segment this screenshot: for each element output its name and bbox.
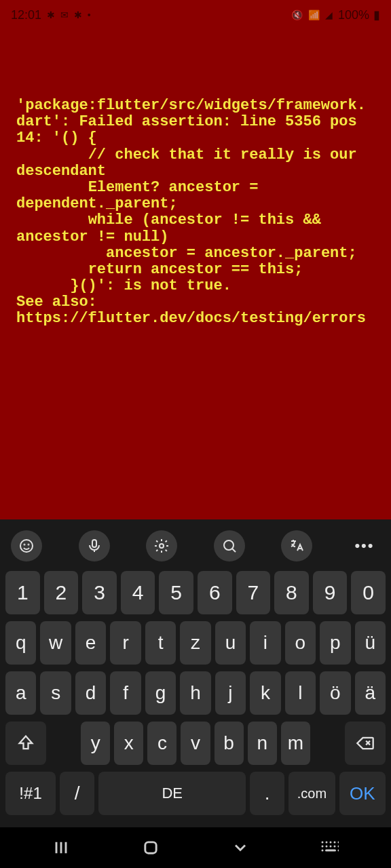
- svg-rect-18: [325, 850, 336, 852]
- key-t[interactable]: t: [145, 621, 176, 665]
- nav-keyboard-icon[interactable]: [303, 834, 357, 861]
- key-k[interactable]: k: [250, 671, 280, 715]
- nav-back[interactable]: [213, 834, 267, 861]
- key-4[interactable]: 4: [121, 571, 155, 614]
- key-ue[interactable]: ü: [355, 621, 386, 665]
- key-b[interactable]: b: [215, 722, 244, 765]
- status-time: 12:01: [11, 8, 41, 22]
- svg-point-14: [330, 846, 332, 848]
- key-3[interactable]: 3: [82, 571, 117, 614]
- key-d[interactable]: d: [75, 671, 106, 715]
- key-row-bottom: !#1 / DE . .com OK: [5, 772, 386, 815]
- battery-icon: ▮: [373, 7, 380, 22]
- status-left: 12:01 ✱ ✉ ✱ •: [11, 8, 92, 22]
- status-battery: 100%: [338, 8, 369, 22]
- key-6[interactable]: 6: [198, 571, 232, 614]
- key-row-3: a s d f g h j k l ö ä: [5, 671, 386, 715]
- translate-icon[interactable]: [281, 530, 312, 561]
- svg-point-10: [334, 842, 336, 844]
- svg-point-9: [330, 842, 332, 844]
- key-slash[interactable]: /: [60, 772, 94, 815]
- key-ae[interactable]: ä: [355, 671, 386, 715]
- svg-point-4: [160, 544, 164, 548]
- soft-keyboard: ••• 1 2 3 4 5 6 7 8 9 0 q w e r t z u i …: [0, 519, 391, 827]
- key-ok[interactable]: OK: [339, 772, 386, 815]
- key-row-numbers: 1 2 3 4 5 6 7 8 9 0: [5, 571, 386, 614]
- key-0[interactable]: 0: [351, 571, 386, 614]
- svg-point-12: [322, 846, 324, 848]
- key-5[interactable]: 5: [159, 571, 193, 614]
- status-system-icons: 🔇 📶 ◢: [291, 9, 334, 20]
- key-row-2: q w e r t z u i o p ü: [5, 621, 386, 665]
- svg-point-5: [224, 540, 234, 550]
- key-7[interactable]: 7: [236, 571, 271, 614]
- keyboard-rows: 1 2 3 4 5 6 7 8 9 0 q w e r t z u i o p …: [0, 571, 391, 827]
- key-shift[interactable]: [5, 722, 46, 765]
- navigation-bar: [0, 827, 391, 868]
- key-n[interactable]: n: [248, 722, 277, 765]
- mic-icon[interactable]: [79, 530, 110, 561]
- svg-point-1: [24, 545, 25, 545]
- key-u[interactable]: u: [215, 621, 246, 665]
- key-g[interactable]: g: [145, 671, 176, 715]
- key-z[interactable]: z: [180, 621, 210, 665]
- key-backspace[interactable]: [345, 722, 386, 765]
- key-o[interactable]: o: [285, 621, 316, 665]
- error-message: 'package:flutter/src/widgets/framework.d…: [16, 98, 375, 328]
- settings-icon[interactable]: [146, 530, 177, 561]
- key-i[interactable]: i: [250, 621, 280, 665]
- nav-recents[interactable]: [34, 834, 88, 861]
- svg-rect-3: [92, 540, 96, 547]
- search-icon[interactable]: [214, 530, 245, 561]
- svg-rect-6: [145, 842, 156, 853]
- key-w[interactable]: w: [40, 621, 71, 665]
- key-v[interactable]: v: [181, 722, 210, 765]
- status-notification-icons: ✱ ✉ ✱ •: [47, 9, 92, 20]
- key-j[interactable]: j: [215, 671, 246, 715]
- key-x[interactable]: x: [114, 722, 143, 765]
- key-h[interactable]: h: [180, 671, 210, 715]
- status-bar: 12:01 ✱ ✉ ✱ • 🔇 📶 ◢ 100% ▮: [0, 0, 391, 30]
- svg-point-11: [338, 842, 339, 844]
- svg-point-7: [322, 842, 324, 844]
- key-9[interactable]: 9: [313, 571, 348, 614]
- nav-home[interactable]: [124, 834, 178, 861]
- svg-point-0: [20, 540, 33, 552]
- more-icon[interactable]: •••: [349, 530, 380, 561]
- svg-point-8: [326, 842, 328, 844]
- keyboard-toolbar: •••: [0, 528, 391, 571]
- flutter-error-screen[interactable]: 'package:flutter/src/widgets/framework.d…: [0, 30, 391, 519]
- key-2[interactable]: 2: [44, 571, 79, 614]
- key-com[interactable]: .com: [288, 772, 335, 815]
- key-oe[interactable]: ö: [320, 671, 350, 715]
- key-1[interactable]: 1: [5, 571, 40, 614]
- svg-point-16: [338, 846, 339, 848]
- key-f[interactable]: f: [110, 671, 141, 715]
- key-e[interactable]: e: [75, 621, 106, 665]
- key-8[interactable]: 8: [274, 571, 309, 614]
- key-space[interactable]: DE: [98, 772, 246, 815]
- key-s[interactable]: s: [40, 671, 71, 715]
- key-p[interactable]: p: [320, 621, 350, 665]
- status-right: 🔇 📶 ◢ 100% ▮: [291, 7, 380, 22]
- svg-point-17: [322, 850, 324, 852]
- svg-point-15: [334, 846, 336, 848]
- key-y[interactable]: y: [81, 722, 110, 765]
- key-q[interactable]: q: [5, 621, 36, 665]
- emoji-icon[interactable]: [11, 530, 42, 561]
- svg-point-2: [29, 545, 29, 545]
- svg-point-19: [338, 850, 339, 852]
- svg-point-13: [326, 846, 328, 848]
- key-a[interactable]: a: [5, 671, 36, 715]
- key-r[interactable]: r: [110, 621, 141, 665]
- key-c[interactable]: c: [147, 722, 176, 765]
- key-l[interactable]: l: [285, 671, 316, 715]
- key-row-4: y x c v b n m: [5, 722, 386, 765]
- key-symbols[interactable]: !#1: [5, 772, 56, 815]
- key-dot[interactable]: .: [250, 772, 284, 815]
- key-m[interactable]: m: [281, 722, 310, 765]
